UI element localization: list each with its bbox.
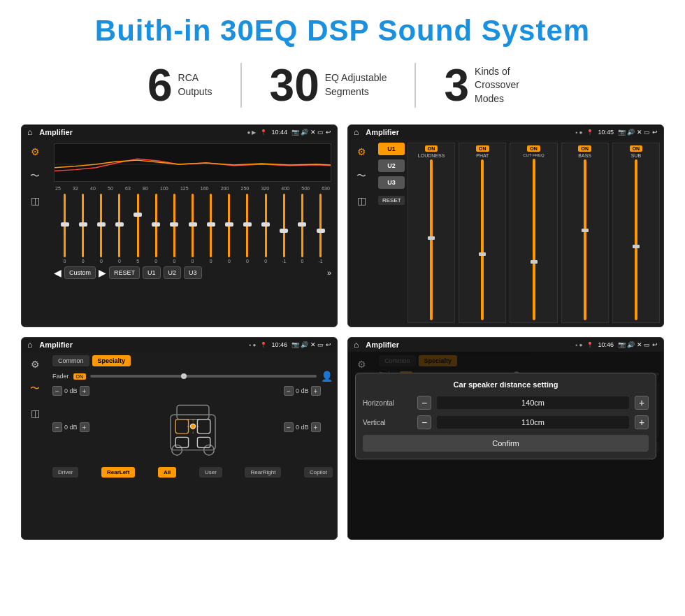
cx-channels-area: ON LOUDNESS ON PHAT [408, 143, 660, 323]
sp-right-db2-minus[interactable]: − [284, 422, 294, 432]
dist-vertical-minus[interactable]: − [417, 415, 431, 429]
svg-rect-7 [175, 437, 188, 447]
stat-crossover-number: 3 [444, 63, 469, 108]
sp-sidebar-icon1[interactable]: ⚙ [31, 359, 40, 370]
sp-person-icon: 👤 [321, 371, 333, 382]
cx-u3-button[interactable]: U3 [378, 176, 405, 189]
sp-driver-button[interactable]: Driver [52, 467, 78, 478]
eq-prev-button[interactable]: ◀ [54, 267, 62, 278]
sp-rearleft-button[interactable]: RearLeft [101, 467, 135, 478]
cx-sub-on[interactable]: ON [630, 145, 643, 152]
eq-slider-4: 5 [130, 194, 146, 264]
stat-eq: 30 EQ Adjustable Segments [242, 63, 417, 108]
cx-status-bar: ⌂ Amplifier ▪ ● 📍 10:45 📷 🔊 ✕ ▭ ↩ [348, 125, 663, 139]
eq-screen-content: ⚙ 〜 ◫ 2532405063 80100125160200 [22, 139, 337, 327]
sp-right-db2-value: 0 dB [296, 424, 309, 431]
cx-sidebar: ⚙ 〜 ◫ [348, 139, 375, 327]
eq-slider-5: 0 [148, 194, 164, 264]
stat-rca-text: RCA Outputs [178, 71, 212, 99]
eq-slider-2: 0 [93, 194, 109, 264]
sp-home-icon[interactable]: ⌂ [27, 340, 32, 350]
cx-cutfreq-slider[interactable] [533, 159, 535, 320]
sp-tab-specialty[interactable]: Specialty [92, 355, 131, 366]
cx-bass-slider[interactable] [584, 159, 586, 320]
cx-sub: ON SUB [612, 143, 660, 323]
dist-horizontal-minus[interactable]: − [417, 396, 431, 410]
sp-screen-title: Amplifier [39, 341, 245, 349]
sp-status-bar: ⌂ Amplifier ▪ ● 📍 10:46 📷 🔊 ✕ ▭ ↩ [22, 338, 337, 352]
sp-right-db1-minus[interactable]: − [284, 386, 294, 396]
eq-sidebar-icon1[interactable]: ⚙ [31, 146, 40, 157]
home-icon[interactable]: ⌂ [27, 127, 32, 137]
cx-sidebar-icon1[interactable]: ⚙ [357, 146, 366, 157]
sp-sidebar-icon2[interactable]: 〜 [30, 382, 40, 395]
dist-vertical-label: Vertical [363, 419, 412, 427]
sp-tab-common[interactable]: Common [52, 355, 89, 366]
cx-reset-button[interactable]: RESET [378, 196, 405, 205]
svg-text:→: → [194, 423, 199, 429]
cx-phat: ON PHAT [459, 143, 506, 323]
eq-next-button[interactable]: ▶ [99, 267, 106, 278]
stats-row: 6 RCA Outputs 30 EQ Adjustable Segments … [21, 63, 664, 108]
sp-fader-row: Fader ON 👤 [52, 371, 333, 382]
cx-channel-buttons: U1 U2 U3 RESET [378, 143, 405, 323]
eq-slider-0: 0 [57, 194, 73, 264]
sp-copilot-button[interactable]: Copilot [304, 467, 333, 478]
cx-phat-on[interactable]: ON [476, 145, 489, 152]
sp-left-db1-minus[interactable]: − [52, 386, 62, 396]
eq-sidebar-icon2[interactable]: 〜 [30, 170, 40, 182]
sp-fader-handle[interactable] [181, 373, 187, 379]
eq-custom-button[interactable]: Custom [64, 266, 96, 279]
dist-confirm-button[interactable]: Confirm [363, 435, 649, 452]
cx-sidebar-icon2[interactable]: 〜 [356, 170, 366, 182]
eq-u2-button[interactable]: U2 [164, 266, 182, 279]
eq-freq-labels: 2532405063 80100125160200 25032040050063… [54, 186, 331, 191]
cx-cutfreq-on[interactable]: ON [527, 145, 540, 152]
cx-sub-slider[interactable] [635, 159, 637, 320]
screenshots-grid: ⌂ Amplifier ● ▶ 📍 10:44 📷 🔊 ✕ ▭ ↩ ⚙ 〜 ◫ [21, 124, 664, 540]
sp-fader-slider[interactable] [90, 375, 317, 378]
eq-sliders: 0 0 0 0 [54, 194, 331, 264]
cx-loudness: ON LOUDNESS [408, 143, 455, 323]
dist-horizontal-value: 140cm [437, 396, 629, 409]
cx-home-icon[interactable]: ⌂ [354, 127, 359, 137]
eq-u3-button[interactable]: U3 [184, 266, 202, 279]
cx-bass: ON BASS [561, 143, 609, 323]
eq-skip-icon[interactable]: » [327, 268, 331, 277]
eq-u1-button[interactable]: U1 [143, 266, 161, 279]
sp-right-db2-plus[interactable]: + [311, 422, 321, 432]
dist-horizontal-row: Horizontal − 140cm + [363, 396, 649, 410]
cx-u2-button[interactable]: U2 [378, 159, 405, 172]
cx-main-area: U1 U2 U3 RESET ON LOUDNESS [375, 139, 663, 327]
sp-left-db1-plus[interactable]: + [80, 386, 89, 396]
sp-sidebar-icon3[interactable]: ◫ [31, 408, 40, 419]
eq-slider-3: 0 [111, 194, 127, 264]
stat-eq-text: EQ Adjustable Segments [325, 71, 387, 99]
cx-loudness-on[interactable]: ON [425, 145, 438, 152]
cx-sub-label: SUB [631, 153, 641, 158]
sp-left-db2-plus[interactable]: + [80, 422, 89, 432]
sp-right-db2-row: − 0 dB + [284, 422, 333, 432]
main-title: Buith-in 30EQ DSP Sound System [21, 14, 664, 48]
dist-home-icon[interactable]: ⌂ [354, 340, 359, 350]
cx-bass-on[interactable]: ON [578, 145, 591, 152]
sp-rearright-button[interactable]: RearRight [245, 467, 281, 478]
sp-all-button[interactable]: All [158, 467, 176, 478]
sp-fader-on[interactable]: ON [73, 373, 87, 380]
eq-slider-13: 0 [294, 194, 310, 264]
cx-sidebar-icon3[interactable]: ◫ [357, 195, 366, 206]
sp-right-db1-value: 0 dB [296, 387, 309, 394]
sp-left-db1-value: 0 dB [64, 387, 78, 394]
sp-left-db2-minus[interactable]: − [52, 422, 62, 432]
sp-right-db1-plus[interactable]: + [311, 386, 321, 396]
cx-loudness-slider[interactable] [430, 159, 433, 320]
dist-horizontal-plus[interactable]: + [635, 396, 649, 410]
sp-user-button[interactable]: User [199, 467, 222, 478]
eq-sidebar-icon3[interactable]: ◫ [31, 195, 40, 206]
dist-vertical-plus[interactable]: + [635, 415, 649, 429]
cx-phat-slider[interactable] [481, 159, 484, 320]
cx-u1-button[interactable]: U1 [378, 143, 405, 155]
cx-phat-label: PHAT [476, 153, 489, 158]
eq-slider-7: 0 [185, 194, 201, 264]
eq-reset-button[interactable]: RESET [109, 266, 140, 279]
